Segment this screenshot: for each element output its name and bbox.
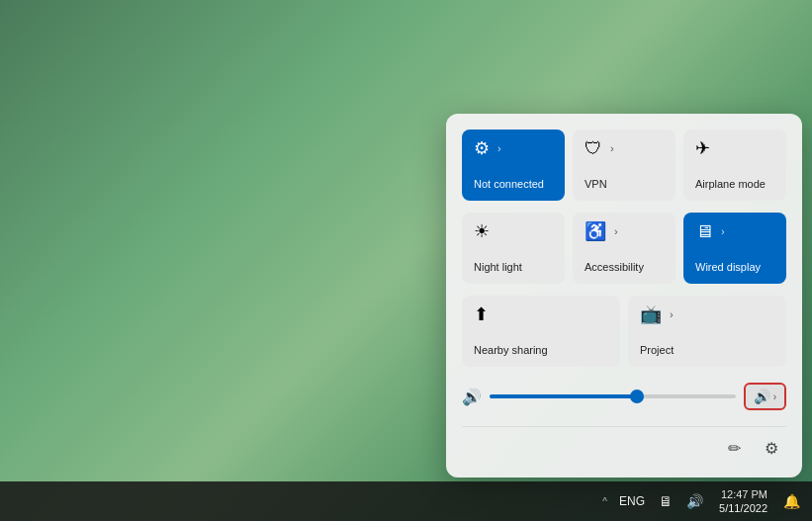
bluetooth-chevron-icon: › [497, 142, 501, 154]
tile-accessibility[interactable]: ♿ › Accessibility [573, 213, 676, 284]
taskbar-volume-icon[interactable]: 🔊 [682, 491, 707, 511]
tile-grid-row2: ☀ Night light ♿ › Accessibility 🖥 › Wire [462, 213, 786, 284]
nightlight-label: Night light [474, 261, 522, 274]
volume-icon[interactable]: 🔊 [462, 388, 482, 406]
wired-display-icon: 🖥 [695, 222, 713, 240]
tile-nearby-sharing[interactable]: ⬆ Nearby sharing [462, 296, 620, 367]
tile-bluetooth[interactable]: ⚙ › Not connected [462, 130, 565, 201]
accessibility-icon: ♿ [585, 222, 606, 240]
vpn-chevron-icon: › [610, 142, 614, 154]
system-tray-expand-button[interactable]: ^ [600, 494, 609, 509]
time-display: 12:47 PM [721, 487, 767, 501]
bluetooth-label: Not connected [474, 178, 544, 191]
tile-project[interactable]: 📺 › Project [628, 296, 786, 367]
settings-button[interactable]: ⚙ [757, 435, 786, 462]
vpn-label: VPN [585, 178, 607, 191]
date-display: 5/11/2022 [719, 501, 767, 515]
volume-slider-fill [490, 394, 637, 398]
volume-row: 🔊 🔊 › [462, 379, 786, 414]
panel-bottom-toolbar: ✏ ⚙ [462, 426, 786, 462]
project-chevron-icon: › [670, 308, 674, 320]
project-label: Project [640, 344, 674, 357]
edit-quick-settings-button[interactable]: ✏ [720, 435, 749, 462]
network-icon[interactable]: 🖥 [655, 491, 677, 511]
tile-grid-row3: ⬆ Nearby sharing 📺 › Project [462, 296, 786, 367]
volume-selector-chevron-icon: › [773, 391, 776, 402]
notification-icon[interactable]: 🔔 [779, 491, 804, 511]
volume-output-selector[interactable]: 🔊 › [744, 383, 786, 410]
volume-slider[interactable] [490, 394, 736, 398]
nearby-sharing-label: Nearby sharing [474, 344, 548, 357]
input-language-indicator[interactable]: ENG [615, 492, 649, 510]
accessibility-label: Accessibility [585, 261, 644, 274]
wired-display-chevron-icon: › [721, 225, 725, 237]
taskbar-system-tray: ^ ENG 🖥 🔊 12:47 PM 5/11/2022 🔔 [600, 481, 804, 521]
tile-night-light[interactable]: ☀ Night light [462, 213, 565, 284]
tile-vpn[interactable]: 🛡 › VPN [573, 130, 676, 201]
clock[interactable]: 12:47 PM 5/11/2022 [713, 485, 773, 518]
tile-grid-row1: ⚙ › Not connected 🛡 › VPN ✈ Airplane mod… [462, 130, 786, 201]
project-icon: 📺 [640, 305, 662, 323]
tile-airplane-mode[interactable]: ✈ Airplane mode [683, 130, 786, 201]
nearby-sharing-icon: ⬆ [474, 305, 489, 323]
nightlight-icon: ☀ [474, 222, 490, 240]
tile-wired-display[interactable]: 🖥 › Wired display [683, 213, 786, 284]
wired-display-label: Wired display [695, 261, 761, 274]
airplane-icon: ✈ [695, 139, 710, 157]
taskbar: ^ ENG 🖥 🔊 12:47 PM 5/11/2022 🔔 [0, 481, 812, 521]
bluetooth-icon: ⚙ [474, 139, 490, 157]
accessibility-chevron-icon: › [614, 225, 618, 237]
airplane-label: Airplane mode [695, 178, 766, 191]
quick-settings-panel: ⚙ › Not connected 🛡 › VPN ✈ Airplane mod… [446, 114, 802, 478]
speaker-icon: 🔊 [754, 389, 770, 404]
vpn-icon: 🛡 [585, 139, 602, 157]
volume-slider-thumb[interactable] [630, 390, 644, 403]
